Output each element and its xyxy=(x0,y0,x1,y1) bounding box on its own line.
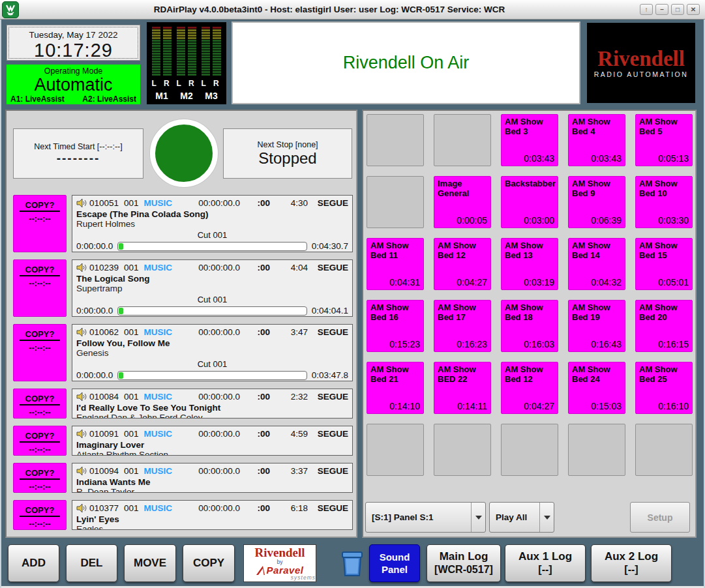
log-entry-copy-button[interactable]: COPY? --:--:-- xyxy=(13,324,67,381)
sound-panel-cart-button[interactable]: AM Show Bed 14 0:04:32 xyxy=(568,238,625,290)
main-log-button[interactable]: Main Log [WCR-0517] xyxy=(427,544,501,582)
rivendell-logo: Rivendell RADIO AUTOMATION xyxy=(587,23,695,103)
play-mode-dropdown[interactable]: Play All xyxy=(489,502,554,533)
sound-panel-cart-button[interactable]: AM Show Bed 15 0:05:01 xyxy=(635,238,693,290)
speaker-icon xyxy=(76,263,87,272)
log-entry-copy-button[interactable]: COPY? --:--:-- xyxy=(13,463,67,493)
sound-panel-empty-button[interactable] xyxy=(568,424,625,476)
log-entry-copy-button[interactable]: COPY? --:--:-- xyxy=(13,259,67,317)
cart-button-length: 0:05:01 xyxy=(658,277,689,287)
meter-channel-label: M1 xyxy=(155,91,168,101)
log-entry-card[interactable]: 010051 001 MUSIC 00:00:00.0 :00 4:30 SEG… xyxy=(72,195,353,252)
cart-button-length: 0:06:39 xyxy=(591,215,622,226)
log-entry-countdown: --:--:-- xyxy=(29,520,50,529)
cut-label: Cut 001 xyxy=(76,359,348,370)
aux1-log-button-line2: [--] xyxy=(538,563,552,576)
sound-panel-cart-button[interactable]: AM Show Bed 3 0:03:43 xyxy=(501,114,558,166)
sound-panel-empty-button[interactable] xyxy=(635,424,693,476)
log-entry-card[interactable]: 010062 001 MUSIC 00:00:00.0 :00 3:47 SEG… xyxy=(72,324,353,381)
operating-mode-value: Automatic xyxy=(7,76,140,94)
onair-label-box: Rivendell On Air xyxy=(232,22,580,104)
sound-panel-cart-button[interactable]: AM Show Bed 4 0:03:43 xyxy=(568,114,625,166)
paravel-systems-text: systems xyxy=(291,575,316,581)
sound-panel: AM Show Bed 3 0:03:43 AM Show Bed 4 0:03… xyxy=(362,110,697,538)
cart-button-label: AM Show BED 22 xyxy=(438,364,487,384)
sound-panel-cart-button[interactable]: AM Show Bed 10 0:03:30 xyxy=(635,176,693,228)
artist-name: Rupert Holmes xyxy=(76,219,348,229)
aux1-mode: A1: LiveAssist xyxy=(10,95,65,104)
sound-panel-button[interactable]: Sound Panel xyxy=(369,544,420,582)
start-button[interactable] xyxy=(150,119,218,187)
scheduled-time: 00:00:00.0 xyxy=(183,263,240,272)
sound-panel-cart-button[interactable]: AM Show Bed 17 0:16:23 xyxy=(434,300,491,352)
log-entry-card[interactable]: 010239 001 MUSIC 00:00:00.0 :00 4:04 SEG… xyxy=(72,259,353,317)
cut-number: 001 xyxy=(124,503,139,513)
meter-channel-label: M3 xyxy=(205,91,217,101)
log-entry-copy-button[interactable]: COPY? --:--:-- xyxy=(13,500,67,530)
sound-panel-cart-button[interactable]: AM Show Bed 25 0:16:10 xyxy=(635,362,693,414)
aux2-log-button[interactable]: Aux 2 Log [--] xyxy=(591,544,672,582)
next-timed-start-box: Next Timed Start [--:--:--] -------- xyxy=(13,128,143,179)
sound-panel-empty-button[interactable] xyxy=(367,424,424,476)
paravel-name-text: Paravel xyxy=(267,565,304,575)
sound-panel-cart-button[interactable]: AM Show Bed 20 0:16:15 xyxy=(635,300,693,352)
sound-panel-cart-button[interactable]: AM Show Bed 21 0:14:10 xyxy=(367,362,424,414)
maximize-button[interactable]: □ xyxy=(671,4,684,15)
sound-panel-cart-button[interactable]: AM Show Bed 13 0:03:19 xyxy=(501,238,558,290)
log-entry-row: COPY? --:--:-- 010377 001 MUSIC 00:00:00… xyxy=(13,500,353,530)
sound-panel-cart-button[interactable]: AM Show BED 22 0:14:11 xyxy=(434,362,491,414)
log-entry-copy-button[interactable]: COPY? --:--:-- xyxy=(13,426,67,456)
setup-button[interactable]: Setup xyxy=(630,502,690,533)
log-entry-card[interactable]: 010084 001 MUSIC 00:00:00.0 :00 2:32 SEG… xyxy=(72,389,353,419)
chevron-down-icon[interactable] xyxy=(539,503,554,532)
song-title: The Logical Song xyxy=(76,274,348,284)
sound-panel-cart-button[interactable]: AM Show Bed 12 0:04:27 xyxy=(501,362,558,414)
chevron-down-icon[interactable] xyxy=(471,503,485,532)
sound-panel-cart-button[interactable]: Backstabber 0:03:00 xyxy=(501,176,558,228)
log-entry-card[interactable]: 010091 001 MUSIC 00:00:00.0 :00 4:59 SEG… xyxy=(72,426,353,456)
rivendell-logo-name: Rivendell xyxy=(597,48,685,69)
sound-panel-cart-button[interactable]: AM Show Bed 16 0:15:23 xyxy=(367,300,424,352)
sound-panel-empty-button[interactable] xyxy=(367,114,424,166)
cart-button-label: AM Show Bed 12 xyxy=(505,364,554,384)
sound-panel-cart-button[interactable]: AM Show Bed 5 0:05:13 xyxy=(635,114,693,166)
log-entry-row: COPY? --:--:-- 010062 001 MUSIC 00:00:00… xyxy=(13,324,353,381)
length: 6:18 xyxy=(270,503,308,513)
cart-button-label: AM Show Bed 21 xyxy=(370,364,420,384)
sound-panel-cart-button[interactable]: AM Show Bed 12 0:04:27 xyxy=(434,238,491,290)
sound-panel-cart-button[interactable]: AM Show Bed 18 0:16:03 xyxy=(501,300,558,352)
window-title: RDAirPlay v4.0.0beta3int0 - Host: elasti… xyxy=(19,5,640,14)
move-button[interactable]: MOVE xyxy=(124,544,176,582)
shade-button[interactable]: ↑ xyxy=(640,4,653,15)
sound-panel-empty-button[interactable] xyxy=(501,424,558,476)
log-entry-countdown: --:--:-- xyxy=(29,482,50,492)
log-entry-card[interactable]: 010377 001 MUSIC 00:00:00.0 :00 6:18 SEG… xyxy=(72,500,353,530)
song-title: Lyin' Eyes xyxy=(76,514,348,524)
sound-panel-cart-button[interactable]: AM Show Bed 19 0:16:43 xyxy=(568,300,625,352)
copy-button[interactable]: COPY xyxy=(183,544,235,582)
scheduled-time: 00:00:00.0 xyxy=(183,503,240,513)
transition-type: SEGUE xyxy=(308,198,348,208)
sound-panel-grid: AM Show Bed 3 0:03:43 AM Show Bed 4 0:03… xyxy=(367,114,695,476)
sound-panel-cart-button[interactable]: AM Show Bed 24 0:15:03 xyxy=(568,362,625,414)
log-entry-copy-button[interactable]: COPY? --:--:-- xyxy=(13,389,67,419)
progress-row: 0:00:00.0 0:03:47.8 xyxy=(76,370,348,380)
sound-panel-empty-button[interactable] xyxy=(434,424,491,476)
trash-icon[interactable] xyxy=(341,551,363,577)
log-entry-card[interactable]: 010094 001 MUSIC 00:00:00.0 :00 3:37 SEG… xyxy=(72,463,353,493)
sound-panel-empty-button[interactable] xyxy=(367,176,424,228)
log-entry-copy-button[interactable]: COPY? --:--:-- xyxy=(13,195,67,252)
cart-number: 010091 xyxy=(89,429,119,439)
aux1-log-button[interactable]: Aux 1 Log [--] xyxy=(505,544,586,582)
sound-panel-cart-button[interactable]: AM Show Bed 11 0:04:31 xyxy=(367,238,424,290)
add-button[interactable]: ADD xyxy=(8,544,59,582)
close-button[interactable]: ✕ xyxy=(687,4,700,15)
sound-panel-cart-button[interactable]: Image General 0:00:05 xyxy=(434,176,491,228)
group-name: MUSIC xyxy=(144,327,173,337)
sound-panel-cart-button[interactable]: AM Show Bed 9 0:06:39 xyxy=(568,176,625,228)
panel-select-dropdown[interactable]: [S:1] Panel S:1 xyxy=(365,502,486,533)
sound-panel-empty-button[interactable] xyxy=(434,114,491,166)
minimize-button[interactable]: – xyxy=(655,4,668,15)
operating-mode-display[interactable]: Operating Mode Automatic A1: LiveAssist … xyxy=(7,65,140,104)
delete-button[interactable]: DEL xyxy=(66,544,117,582)
